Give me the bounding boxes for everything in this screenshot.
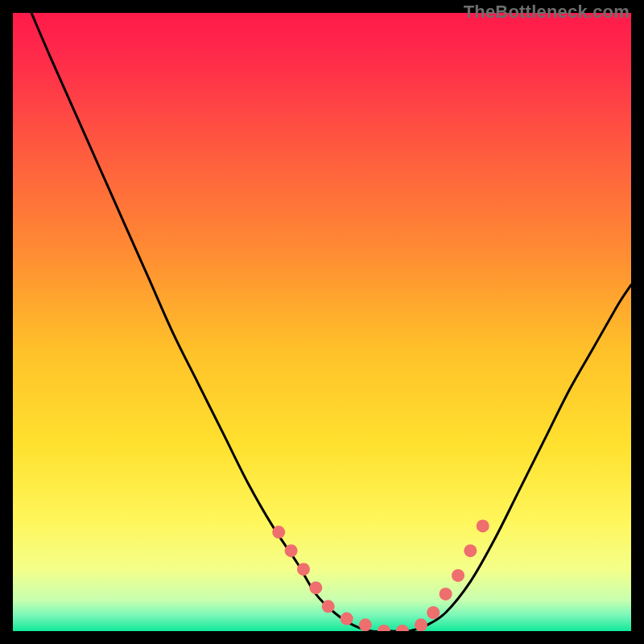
highlight-dot — [309, 581, 322, 594]
watermark-text: TheBottleneck.com — [464, 2, 630, 23]
highlight-dot — [415, 618, 427, 631]
highlight-dot — [378, 625, 390, 631]
bottleneck-curve — [31, 13, 631, 631]
chart-svg — [13, 13, 631, 631]
highlight-dot — [297, 563, 310, 576]
highlight-dots — [272, 519, 489, 631]
highlight-dot — [452, 569, 464, 582]
highlight-dot — [285, 544, 298, 557]
highlight-dot — [464, 544, 477, 557]
highlight-dot — [359, 618, 372, 631]
highlight-dot — [322, 600, 335, 613]
chart-frame: TheBottleneck.com — [0, 0, 644, 644]
highlight-dot — [477, 519, 489, 532]
highlight-dot — [440, 588, 452, 601]
plot-area — [13, 13, 631, 631]
highlight-dot — [396, 625, 409, 631]
highlight-dot — [427, 606, 440, 619]
highlight-dot — [272, 526, 285, 539]
highlight-dot — [341, 613, 353, 625]
